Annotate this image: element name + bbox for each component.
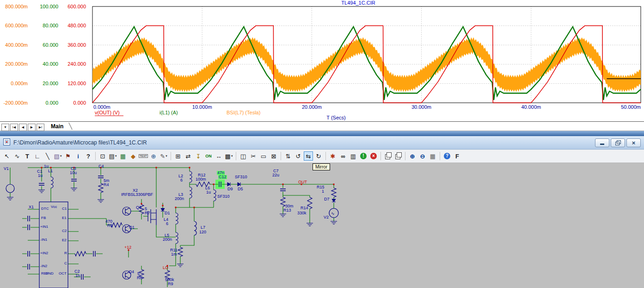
schematic-label-6[interactable]: 6: [166, 222, 168, 226]
next-tab-button[interactable]: ▶: [28, 124, 36, 131]
region-box-icon[interactable]: ⊠: [269, 151, 278, 161]
legend-item[interactable]: v(OUT) (V): [95, 110, 120, 115]
dropdown-arrow-icon[interactable]: ▾: [231, 154, 233, 158]
schematic-label-c4[interactable]: C4: [98, 164, 104, 169]
rotate-cw-icon[interactable]: ↻: [314, 151, 323, 161]
legend-item[interactable]: BSI(L7) (Tesla): [227, 110, 260, 115]
rotate-icon[interactable]: ↺: [294, 151, 303, 161]
image-icon[interactable]: ▦: [428, 151, 437, 161]
schematic-label-l7[interactable]: L7: [201, 225, 205, 230]
schematic-label--12[interactable]: +12: [124, 245, 131, 250]
copy-icon[interactable]: [383, 151, 393, 161]
minimize-button[interactable]: [595, 138, 609, 147]
schematic-label-l1[interactable]: L1: [48, 169, 53, 173]
power-on-icon[interactable]: ON: [204, 151, 213, 161]
graphics-mode-icon[interactable]: ▧▾: [53, 151, 62, 161]
pen-icon[interactable]: ✎▾: [159, 151, 168, 161]
schematic-label-r8[interactable]: R8: [137, 276, 142, 280]
schematic-label-q4[interactable]: Q4: [129, 270, 134, 274]
component-mode-icon[interactable]: ∿: [12, 151, 22, 161]
schematic-label-10u[interactable]: 10u: [70, 171, 77, 175]
window-title-bar[interactable]: F:\Dimon\RadioAmature\Microcap files\TL4…: [0, 136, 644, 150]
transient-plot[interactable]: 800.000m600.000m400.000m200.000m0.000m-2…: [0, 0, 644, 121]
schematic-label-d9[interactable]: D9: [227, 187, 233, 191]
schematic-label-120[interactable]: 120: [199, 230, 206, 234]
zoom-in-icon[interactable]: ⊕: [408, 151, 417, 161]
schematic-label-22u[interactable]: 22u: [272, 173, 279, 177]
dropdown-arrow-icon[interactable]: ▾: [166, 154, 167, 158]
schematic-label-r9[interactable]: R9: [168, 282, 173, 286]
wire-mode-icon[interactable]: ∟: [33, 151, 42, 161]
font-icon[interactable]: F: [453, 151, 462, 161]
legend-item[interactable]: i(L1) (A): [159, 110, 178, 115]
schematic-label-out[interactable]: OUT: [298, 180, 307, 184]
measure-icon[interactable]: ↔: [214, 151, 223, 161]
close-button[interactable]: ×: [626, 138, 641, 147]
cut-icon[interactable]: ✂: [249, 151, 258, 161]
digital-parts-icon[interactable]: ▦: [118, 151, 128, 161]
schematic-label-r4[interactable]: R4: [104, 183, 109, 187]
line-mode-icon[interactable]: ╲: [43, 151, 52, 161]
schematic-label-r5[interactable]: R5: [107, 224, 113, 228]
flip-vertical-icon[interactable]: ⇅: [283, 151, 293, 161]
schematic-label-q1[interactable]: Q1: [129, 225, 135, 230]
schematic-label-v1[interactable]: V1: [4, 167, 9, 171]
schematic-label-200n[interactable]: 200n: [163, 238, 172, 242]
help-icon[interactable]: ?: [442, 151, 452, 161]
text-box-icon[interactable]: TEXT: [139, 151, 148, 161]
zoom-select-icon[interactable]: ⊕: [149, 151, 158, 161]
schematic-label-d1[interactable]: D1: [165, 211, 170, 215]
schematic-label-1u[interactable]: 1u: [44, 164, 49, 169]
frame-icon[interactable]: ▭: [259, 151, 268, 161]
tab-main[interactable]: Main: [48, 123, 72, 130]
schematic-label-c12[interactable]: C12: [218, 175, 227, 179]
restore-button[interactable]: [611, 138, 625, 147]
zoom-out-icon[interactable]: ⊖: [418, 151, 427, 161]
ok-badge-icon[interactable]: !: [359, 151, 368, 161]
schematic-label-r7[interactable]: R7: [145, 211, 150, 215]
window-grid-icon[interactable]: ⊞: [173, 151, 183, 161]
split-window-icon[interactable]: ◫: [239, 151, 248, 161]
schematic-label-1m[interactable]: 1m: [171, 252, 177, 257]
find-icon[interactable]: ∞: [338, 151, 348, 161]
schematic-label-q3[interactable]: Q3: [136, 206, 141, 210]
schematic-label-irfbsl3306pbf[interactable]: IRFBSL3306PBF: [121, 193, 153, 197]
analog-parts-icon[interactable]: ◆: [129, 151, 138, 161]
schematic-canvas[interactable]: ∿: [0, 163, 644, 288]
schematic-label-100m[interactable]: 100m: [196, 177, 206, 182]
select-tool-icon[interactable]: ↖: [2, 151, 12, 161]
schematic-editor[interactable]: ∿ V11uC11uL1C310uC45mR4X2IRFBSL3306PBFQ3…: [0, 163, 644, 288]
properties-icon[interactable]: ▤▾: [108, 151, 117, 161]
schematic-label-sf310[interactable]: SF310: [235, 175, 247, 179]
schematic-label-1u[interactable]: 1u: [38, 174, 43, 178]
schematic-label-r14[interactable]: R14: [301, 206, 308, 210]
panel-icon[interactable]: ▥: [349, 151, 358, 161]
schematic-label-6[interactable]: 6: [180, 178, 183, 182]
schematic-label-sf310[interactable]: SF310: [217, 194, 230, 199]
last-tab-button[interactable]: ▶I: [37, 124, 44, 131]
schematic-label-r13[interactable]: R13: [283, 208, 291, 213]
mirror-icon[interactable]: ⇆: [304, 151, 313, 161]
exchange-icon[interactable]: ⇄: [184, 151, 193, 161]
schematic-label-v2[interactable]: V2: [324, 215, 329, 219]
prev-tab-button[interactable]: ◀: [19, 124, 27, 131]
dropdown-arrow-icon[interactable]: ▾: [60, 154, 62, 158]
schematic-label-1n[interactable]: 1n: [75, 274, 80, 278]
grid-dots-icon[interactable]: ▩▾: [224, 151, 233, 161]
info-mode-icon[interactable]: i: [74, 151, 83, 161]
import-icon[interactable]: ↧: [194, 151, 203, 161]
schematic-label-d7[interactable]: D7: [324, 197, 330, 201]
text-mode-icon[interactable]: T: [23, 151, 32, 161]
tab-list-button[interactable]: ▼: [1, 124, 9, 131]
schematic-label-lo[interactable]: LO: [163, 266, 168, 270]
schematic-label-1u[interactable]: 1u: [206, 190, 211, 194]
dropdown-arrow-icon[interactable]: ▾: [115, 154, 117, 158]
error-badge-icon[interactable]: ×: [369, 151, 378, 161]
schematic-label-1[interactable]: 1: [322, 189, 324, 194]
flag-mode-icon[interactable]: ⚑: [63, 151, 73, 161]
schematic-label-d5[interactable]: D5: [238, 187, 243, 191]
schematic-label-200n[interactable]: 200n: [175, 197, 184, 201]
spark-icon[interactable]: ✱: [328, 151, 337, 161]
point-select-icon[interactable]: ⊡: [98, 151, 107, 161]
first-tab-button[interactable]: I◀: [10, 124, 18, 131]
